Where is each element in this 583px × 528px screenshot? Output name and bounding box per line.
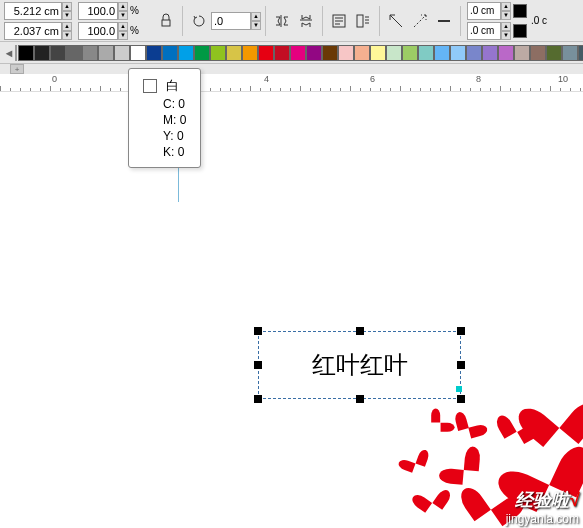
palette-left-arrow[interactable]: ◄ <box>4 45 14 61</box>
lock-ratio-icon[interactable] <box>156 11 176 31</box>
color-tooltip: 白 C: 0 M: 0 Y: 0 K: 0 <box>128 68 201 168</box>
color-swatch[interactable] <box>258 45 274 61</box>
percent-label: % <box>130 5 148 16</box>
ruler-label: 10 <box>558 74 568 84</box>
ruler-label: 6 <box>370 74 375 84</box>
line-style-icon[interactable] <box>434 11 454 31</box>
arrow-start-icon[interactable] <box>386 11 406 31</box>
color-swatch[interactable] <box>482 45 498 61</box>
outline-color-1[interactable] <box>513 4 527 18</box>
resize-handle-nw[interactable] <box>254 327 262 335</box>
arrow-end-icon[interactable] <box>410 11 430 31</box>
color-swatch[interactable] <box>418 45 434 61</box>
tooltip-m-value: M: 0 <box>163 113 186 127</box>
tooltip-color-name: 白 <box>166 77 179 95</box>
height-spinner[interactable]: ▲▼ <box>62 22 72 40</box>
color-swatch[interactable] <box>98 45 114 61</box>
scale-y-spinner[interactable]: ▲▼ <box>118 22 128 40</box>
wrap-options-icon[interactable] <box>353 11 373 31</box>
color-swatch[interactable] <box>34 45 50 61</box>
mirror-horizontal-icon[interactable] <box>272 11 292 31</box>
tooltip-y-value: Y: 0 <box>163 129 186 143</box>
percent-label: % <box>130 25 148 36</box>
color-swatch[interactable] <box>498 45 514 61</box>
add-tab-button[interactable]: + <box>10 64 24 74</box>
color-swatch[interactable] <box>50 45 66 61</box>
resize-handle-sw[interactable] <box>254 395 262 403</box>
scale-y-input[interactable] <box>78 22 118 40</box>
scale-x-spinner[interactable]: ▲▼ <box>118 2 128 20</box>
resize-handle-ne[interactable] <box>457 327 465 335</box>
right-cutoff: .0 c <box>531 15 547 26</box>
color-swatch[interactable] <box>402 45 418 61</box>
outline1-spinner[interactable]: ▲▼ <box>501 2 511 20</box>
color-swatch[interactable] <box>530 45 546 61</box>
object-height-input[interactable] <box>4 22 62 40</box>
ruler-label: 4 <box>264 74 269 84</box>
outline-width-1[interactable] <box>467 2 501 20</box>
canvas[interactable]: 红叶红叶 经验啦√ jingyanla.com <box>0 92 583 528</box>
color-swatch[interactable] <box>466 45 482 61</box>
color-swatch[interactable] <box>66 45 82 61</box>
rotation-icon <box>189 11 209 31</box>
wrap-text-icon[interactable] <box>329 11 349 31</box>
outline-width-2[interactable] <box>467 22 501 40</box>
object-width-input[interactable] <box>4 2 62 20</box>
color-swatch[interactable] <box>130 45 146 61</box>
color-swatch[interactable] <box>514 45 530 61</box>
svg-rect-2 <box>357 15 363 27</box>
no-color-swatch[interactable] <box>15 45 17 61</box>
color-swatch[interactable] <box>386 45 402 61</box>
color-swatch[interactable] <box>562 45 578 61</box>
color-swatch[interactable] <box>114 45 130 61</box>
tooltip-c-value: C: 0 <box>163 97 186 111</box>
horizontal-ruler[interactable]: 0246810 <box>0 74 583 92</box>
color-swatch[interactable] <box>194 45 210 61</box>
resize-handle-n[interactable] <box>356 327 364 335</box>
color-swatch[interactable] <box>322 45 338 61</box>
color-swatch[interactable] <box>82 45 98 61</box>
color-swatch[interactable] <box>434 45 450 61</box>
color-swatch[interactable] <box>306 45 322 61</box>
scale-x-input[interactable] <box>78 2 118 20</box>
color-swatch[interactable] <box>18 45 34 61</box>
tooltip-k-value: K: 0 <box>163 145 186 159</box>
mirror-vertical-icon[interactable] <box>296 11 316 31</box>
resize-handle-s[interactable] <box>356 395 364 403</box>
color-swatch[interactable] <box>146 45 162 61</box>
color-swatch[interactable] <box>162 45 178 61</box>
color-swatch[interactable] <box>338 45 354 61</box>
color-swatch[interactable] <box>210 45 226 61</box>
color-swatch[interactable] <box>450 45 466 61</box>
color-swatch[interactable] <box>370 45 386 61</box>
color-swatch[interactable] <box>226 45 242 61</box>
width-spinner[interactable]: ▲▼ <box>62 2 72 20</box>
ruler-label: 0 <box>52 74 57 84</box>
watermark: 经验啦√ jingyanla.com <box>506 488 579 526</box>
color-swatch[interactable] <box>290 45 306 61</box>
tooltip-swatch-icon <box>143 79 157 93</box>
color-swatch[interactable] <box>578 45 583 61</box>
color-swatch[interactable] <box>546 45 562 61</box>
resize-handle-w[interactable] <box>254 361 262 369</box>
rotation-spinner[interactable]: ▲▼ <box>251 12 261 30</box>
color-swatch[interactable] <box>274 45 290 61</box>
color-swatch[interactable] <box>178 45 194 61</box>
color-swatch[interactable] <box>242 45 258 61</box>
ruler-label: 8 <box>476 74 481 84</box>
outline2-spinner[interactable]: ▲▼ <box>501 22 511 40</box>
svg-rect-0 <box>162 20 170 26</box>
color-swatch[interactable] <box>354 45 370 61</box>
rotation-input[interactable] <box>211 12 251 30</box>
outline-color-2[interactable] <box>513 24 527 38</box>
